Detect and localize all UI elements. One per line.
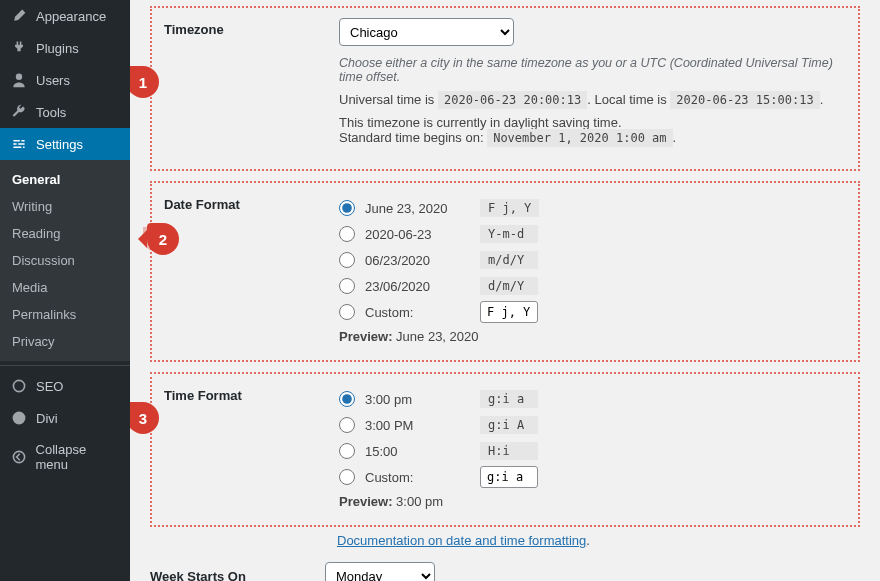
time-format-text: 3:00 pm <box>365 392 470 407</box>
time-format-section: 3 Time Format 3:00 pmg:i a 3:00 PMg:i A … <box>150 372 860 527</box>
svg-point-2 <box>13 451 24 462</box>
admin-sidebar: Appearance Plugins Users Tools Settings … <box>0 0 130 581</box>
brush-icon <box>10 8 28 24</box>
sidebar-item-label: Appearance <box>36 9 106 24</box>
date-format-code: Y-m-d <box>480 225 538 243</box>
time-format-text: 3:00 PM <box>365 418 470 433</box>
date-format-code: F j, Y <box>480 199 539 217</box>
date-format-text: June 23, 2020 <box>365 201 470 216</box>
time-format-preview: Preview: 3:00 pm <box>339 494 846 509</box>
timezone-select[interactable]: Chicago <box>339 18 514 46</box>
submenu-discussion[interactable]: Discussion <box>0 247 130 274</box>
date-format-radio-1[interactable] <box>339 226 355 242</box>
time-format-custom-label: Custom: <box>365 470 470 485</box>
date-format-code: d/m/Y <box>480 277 538 295</box>
sidebar-item-users[interactable]: Users <box>0 64 130 96</box>
timezone-dst: This timezone is currently in daylight s… <box>339 115 846 145</box>
week-row: Week Starts On Monday <box>150 562 860 581</box>
time-format-radio-custom[interactable] <box>339 469 355 485</box>
week-label: Week Starts On <box>150 569 325 582</box>
user-icon <box>10 72 28 88</box>
divi-icon <box>10 410 28 426</box>
time-format-code: H:i <box>480 442 538 460</box>
settings-submenu: General Writing Reading Discussion Media… <box>0 160 130 361</box>
submenu-general[interactable]: General <box>0 166 130 193</box>
date-format-radio-3[interactable] <box>339 278 355 294</box>
sidebar-item-seo[interactable]: SEO <box>0 370 130 402</box>
collapse-icon <box>10 449 28 465</box>
submenu-media[interactable]: Media <box>0 274 130 301</box>
svg-point-0 <box>13 380 24 391</box>
timezone-help: Choose either a city in the same timezon… <box>339 56 846 84</box>
date-format-custom-label: Custom: <box>365 305 470 320</box>
date-format-text: 23/06/2020 <box>365 279 470 294</box>
submenu-reading[interactable]: Reading <box>0 220 130 247</box>
timezone-times: Universal time is 2020-06-23 20:00:13. L… <box>339 92 846 107</box>
date-format-label: Date Format <box>164 193 339 212</box>
date-format-radio-custom[interactable] <box>339 304 355 320</box>
settings-content: 1 Timezone Chicago Choose either a city … <box>130 0 880 581</box>
sidebar-item-plugins[interactable]: Plugins <box>0 32 130 64</box>
time-format-code: g:i A <box>480 416 538 434</box>
seo-icon <box>10 378 28 394</box>
date-format-text: 06/23/2020 <box>365 253 470 268</box>
date-format-text: 2020-06-23 <box>365 227 470 242</box>
submenu-permalinks[interactable]: Permalinks <box>0 301 130 328</box>
callout-1: 1 <box>130 66 159 98</box>
sidebar-item-label: SEO <box>36 379 63 394</box>
date-format-radio-2[interactable] <box>339 252 355 268</box>
sidebar-item-collapse[interactable]: Collapse menu <box>0 434 130 480</box>
sidebar-item-appearance[interactable]: Appearance <box>0 0 130 32</box>
timezone-section: 1 Timezone Chicago Choose either a city … <box>150 6 860 171</box>
time-format-radio-0[interactable] <box>339 391 355 407</box>
submenu-writing[interactable]: Writing <box>0 193 130 220</box>
doc-link[interactable]: Documentation on date and time formattin… <box>337 533 586 548</box>
sidebar-item-label: Plugins <box>36 41 79 56</box>
sliders-icon <box>10 136 28 152</box>
plug-icon <box>10 40 28 56</box>
time-format-label: Time Format <box>164 384 339 403</box>
std-time: November 1, 2020 1:00 am <box>487 129 672 147</box>
submenu-privacy[interactable]: Privacy <box>0 328 130 355</box>
time-format-code: g:i a <box>480 390 538 408</box>
time-format-custom-input[interactable] <box>480 466 538 488</box>
time-format-radio-1[interactable] <box>339 417 355 433</box>
wrench-icon <box>10 104 28 120</box>
time-format-text: 15:00 <box>365 444 470 459</box>
svg-point-1 <box>13 412 26 425</box>
callout-2: 2 <box>147 223 179 255</box>
local-time: 2020-06-23 15:00:13 <box>670 91 819 109</box>
sidebar-item-label: Settings <box>36 137 83 152</box>
date-format-custom-input[interactable] <box>480 301 538 323</box>
date-format-preview: Preview: June 23, 2020 <box>339 329 846 344</box>
time-format-radio-2[interactable] <box>339 443 355 459</box>
date-format-code: m/d/Y <box>480 251 538 269</box>
utc-time: 2020-06-23 20:00:13 <box>438 91 587 109</box>
sidebar-item-settings[interactable]: Settings <box>0 128 130 160</box>
sidebar-item-label: Collapse menu <box>36 442 120 472</box>
sidebar-item-label: Tools <box>36 105 66 120</box>
period: . <box>586 533 590 548</box>
sidebar-item-label: Divi <box>36 411 58 426</box>
sidebar-item-tools[interactable]: Tools <box>0 96 130 128</box>
timezone-label: Timezone <box>164 18 339 37</box>
sidebar-item-divi[interactable]: Divi <box>0 402 130 434</box>
date-format-section: 2 Date Format June 23, 2020F j, Y 2020-0… <box>150 181 860 362</box>
callout-3: 3 <box>130 402 159 434</box>
date-format-radio-0[interactable] <box>339 200 355 216</box>
week-select[interactable]: Monday <box>325 562 435 581</box>
sidebar-item-label: Users <box>36 73 70 88</box>
